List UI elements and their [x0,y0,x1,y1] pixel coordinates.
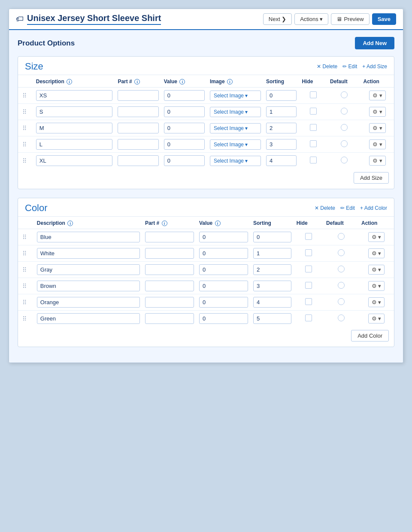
color-default-radio-4[interactable] [338,298,345,305]
color-description-input-0[interactable] [37,232,140,242]
next-button[interactable]: Next ❯ [263,13,292,25]
drag-handle-color-4[interactable]: ⠿ [21,299,28,306]
size-gear-btn-4[interactable]: ⚙ ▾ [369,156,386,166]
color-hide-checkbox-3[interactable] [305,282,312,289]
color-default-radio-2[interactable] [338,266,345,272]
color-part-input-1[interactable] [145,248,194,259]
part-info-icon-color[interactable]: i [162,221,167,226]
add-size-button[interactable]: Add Size [354,172,389,184]
size-description-input-2[interactable] [36,123,113,133]
color-default-radio-0[interactable] [338,233,345,240]
size-gear-btn-0[interactable]: ⚙ ▾ [369,91,386,100]
color-description-input-1[interactable] [37,248,140,259]
color-hide-checkbox-5[interactable] [305,314,312,321]
color-part-input-4[interactable] [145,297,194,308]
color-value-input-0[interactable] [199,232,248,242]
color-sorting-input-3[interactable] [253,281,291,291]
size-part-input-4[interactable] [118,155,158,166]
drag-handle-color-5[interactable]: ⠿ [21,315,28,322]
drag-handle-color-0[interactable]: ⠿ [21,234,28,241]
size-sorting-input-3[interactable] [266,139,297,150]
size-description-input-1[interactable] [36,106,113,117]
part-info-icon-size[interactable]: i [134,79,140,85]
size-default-radio-3[interactable] [341,140,348,147]
size-hide-checkbox-4[interactable] [310,157,317,163]
size-value-input-1[interactable] [164,106,205,117]
value-info-icon-size[interactable]: i [179,79,185,85]
color-sorting-input-4[interactable] [253,297,291,308]
color-part-input-2[interactable] [145,264,194,275]
drag-handle-size-4[interactable]: ⠿ [21,157,28,164]
size-hide-checkbox-0[interactable] [310,91,317,98]
size-part-input-0[interactable] [118,90,158,101]
color-delete-link[interactable]: ✕ Delete [315,205,335,211]
color-add-link[interactable]: + Add Color [360,205,387,211]
size-sorting-input-4[interactable] [266,155,297,166]
size-gear-btn-3[interactable]: ⚙ ▾ [369,139,386,149]
size-default-radio-0[interactable] [341,91,348,98]
color-hide-checkbox-2[interactable] [305,266,312,272]
size-value-input-2[interactable] [164,123,205,133]
description-info-icon-color[interactable]: i [67,221,73,226]
size-gear-btn-1[interactable]: ⚙ ▾ [369,107,386,117]
drag-handle-size-1[interactable]: ⠿ [21,109,28,115]
size-select-image-btn-4[interactable]: Select Image ▾ [210,156,261,166]
color-gear-btn-0[interactable]: ⚙ ▾ [368,232,385,242]
color-edit-link[interactable]: ✏ Edit [340,205,355,211]
size-hide-checkbox-3[interactable] [310,140,317,147]
save-button[interactable]: Save [372,13,396,25]
add-new-button[interactable]: Add New [355,37,394,49]
size-description-input-0[interactable] [36,90,113,101]
color-part-input-5[interactable] [145,313,194,324]
size-part-input-2[interactable] [118,123,158,133]
color-part-input-3[interactable] [145,281,194,291]
drag-handle-color-1[interactable]: ⠿ [21,250,28,257]
color-gear-btn-5[interactable]: ⚙ ▾ [368,314,385,323]
value-info-icon-color[interactable]: i [215,221,221,226]
color-description-input-2[interactable] [37,264,140,275]
color-value-input-3[interactable] [199,281,248,291]
color-gear-btn-3[interactable]: ⚙ ▾ [368,281,385,291]
size-value-input-3[interactable] [164,139,205,150]
size-default-radio-4[interactable] [341,157,348,163]
add-color-button[interactable]: Add Color [351,330,389,342]
color-value-input-1[interactable] [199,248,248,259]
color-hide-checkbox-4[interactable] [305,298,312,305]
actions-button[interactable]: Actions ▾ [294,13,328,25]
size-select-image-btn-1[interactable]: Select Image ▾ [210,107,261,117]
description-info-icon-size[interactable]: i [67,79,72,85]
drag-handle-size-2[interactable]: ⠿ [21,125,28,132]
size-value-input-4[interactable] [164,155,205,166]
size-description-input-3[interactable] [36,139,113,150]
color-sorting-input-0[interactable] [253,232,291,242]
size-edit-link[interactable]: ✏ Edit [342,63,357,70]
size-select-image-btn-3[interactable]: Select Image ▾ [210,139,261,150]
size-hide-checkbox-2[interactable] [310,124,317,131]
color-value-input-5[interactable] [199,313,248,324]
size-description-input-4[interactable] [36,155,113,166]
color-value-input-2[interactable] [199,264,248,275]
color-default-radio-5[interactable] [338,314,345,321]
size-default-radio-2[interactable] [341,124,348,131]
size-add-link[interactable]: + Add Size [362,63,387,70]
color-hide-checkbox-1[interactable] [305,249,312,256]
size-part-input-1[interactable] [118,106,158,117]
color-hide-checkbox-0[interactable] [305,233,312,240]
size-select-image-btn-0[interactable]: Select Image ▾ [210,91,261,101]
preview-button[interactable]: 🖥 Preview [331,13,369,25]
color-part-input-0[interactable] [145,232,194,242]
color-default-radio-3[interactable] [338,282,345,289]
size-part-input-3[interactable] [118,139,158,150]
size-hide-checkbox-1[interactable] [310,108,317,115]
drag-handle-color-3[interactable]: ⠿ [21,283,28,290]
color-value-input-4[interactable] [199,297,248,308]
size-value-input-0[interactable] [164,90,205,101]
color-sorting-input-1[interactable] [253,248,291,259]
image-info-icon-size[interactable]: i [227,79,233,85]
color-description-input-4[interactable] [37,297,140,308]
size-select-image-btn-2[interactable]: Select Image ▾ [210,123,261,133]
drag-handle-size-0[interactable]: ⠿ [21,92,28,99]
color-default-radio-1[interactable] [338,249,345,256]
color-gear-btn-2[interactable]: ⚙ ▾ [368,265,385,275]
color-sorting-input-5[interactable] [253,313,291,324]
